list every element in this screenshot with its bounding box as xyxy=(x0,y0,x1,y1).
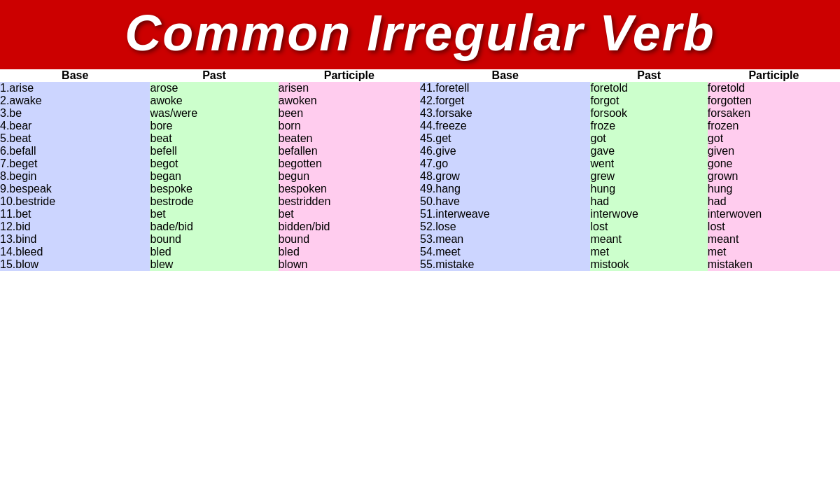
base-cell: 48.grow xyxy=(420,170,590,183)
past-cell: foretold xyxy=(590,82,707,94)
table-row: 11.betbetbet xyxy=(0,208,420,220)
base-cell: 43.forsake xyxy=(420,107,590,120)
participle-cell: blown xyxy=(279,258,420,271)
past-cell: lost xyxy=(590,220,707,233)
past-cell: interwove xyxy=(590,208,707,220)
table-row: 54.meetmetmet xyxy=(420,246,840,258)
right-table: Base Past Participle 41.foretellforetold… xyxy=(420,69,840,271)
table-row: 2.awakeawokeawoken xyxy=(0,94,420,107)
past-cell: forsook xyxy=(590,107,707,120)
participle-cell: bidden/bid xyxy=(279,220,420,233)
right-participle-header: Participle xyxy=(708,69,840,82)
page-title: Common Irregular Verb xyxy=(11,6,829,61)
table-row: 9.bespeakbespokebespoken xyxy=(0,183,420,195)
past-cell: mistook xyxy=(590,258,707,271)
past-cell: grew xyxy=(590,170,707,183)
past-cell: met xyxy=(590,246,707,258)
participle-cell: bestridden xyxy=(279,195,420,208)
table-row: 8.beginbeganbegun xyxy=(0,170,420,183)
title-bar: Common Irregular Verb xyxy=(0,0,840,69)
base-cell: 9.bespeak xyxy=(0,183,150,195)
past-cell: blew xyxy=(150,258,278,271)
participle-cell: befallen xyxy=(279,145,420,158)
participle-cell: begotten xyxy=(279,158,420,170)
table-row: 44.freezefrozefrozen xyxy=(420,120,840,132)
table-row: 1.arisearosearisen xyxy=(0,82,420,94)
table-row: 5.beatbeatbeaten xyxy=(0,132,420,145)
base-cell: 45.get xyxy=(420,132,590,145)
participle-cell: foretold xyxy=(708,82,840,94)
table-row: 46.givegavegiven xyxy=(420,145,840,158)
table-row: 52.loselostlost xyxy=(420,220,840,233)
base-cell: 1.arise xyxy=(0,82,150,94)
past-cell: hung xyxy=(590,183,707,195)
table-row: 4.bearboreborn xyxy=(0,120,420,132)
participle-cell: meant xyxy=(708,233,840,246)
participle-cell: got xyxy=(708,132,840,145)
table-row: 13.bindboundbound xyxy=(0,233,420,246)
table-row: 3.bewas/werebeen xyxy=(0,107,420,120)
base-cell: 8.begin xyxy=(0,170,150,183)
participle-cell: begun xyxy=(279,170,420,183)
past-cell: awoke xyxy=(150,94,278,107)
table-row: 50.havehadhad xyxy=(420,195,840,208)
table-row: 53.meanmeantmeant xyxy=(420,233,840,246)
participle-cell: bound xyxy=(279,233,420,246)
base-cell: 7.beget xyxy=(0,158,150,170)
right-base-header: Base xyxy=(420,69,590,82)
past-cell: bestrode xyxy=(150,195,278,208)
participle-cell: beaten xyxy=(279,132,420,145)
participle-cell: mistaken xyxy=(708,258,840,271)
table-row: 14.bleedbledbled xyxy=(0,246,420,258)
base-cell: 5.beat xyxy=(0,132,150,145)
past-cell: befell xyxy=(150,145,278,158)
participle-cell: given xyxy=(708,145,840,158)
table-row: 43.forsakeforsookforsaken xyxy=(420,107,840,120)
base-cell: 51.interweave xyxy=(420,208,590,220)
table-row: 51.interweaveinterwoveinterwoven xyxy=(420,208,840,220)
table-row: 47.gowentgone xyxy=(420,158,840,170)
participle-cell: been xyxy=(279,107,420,120)
table-row: 45.getgotgot xyxy=(420,132,840,145)
left-base-header: Base xyxy=(0,69,150,82)
past-cell: bore xyxy=(150,120,278,132)
past-cell: bade/bid xyxy=(150,220,278,233)
past-cell: had xyxy=(590,195,707,208)
past-cell: bespoke xyxy=(150,183,278,195)
participle-cell: had xyxy=(708,195,840,208)
table-row: 49.hanghunghung xyxy=(420,183,840,195)
participle-cell: interwoven xyxy=(708,208,840,220)
participle-cell: arisen xyxy=(279,82,420,94)
base-cell: 52.lose xyxy=(420,220,590,233)
base-cell: 12.bid xyxy=(0,220,150,233)
table-row: 10.bestridebestrodebestridden xyxy=(0,195,420,208)
right-past-header: Past xyxy=(590,69,707,82)
table-row: 42.forgetforgotforgotten xyxy=(420,94,840,107)
past-cell: forgot xyxy=(590,94,707,107)
table-row: 7.begetbegotbegotten xyxy=(0,158,420,170)
participle-cell: gone xyxy=(708,158,840,170)
base-cell: 3.be xyxy=(0,107,150,120)
base-cell: 55.mistake xyxy=(420,258,590,271)
base-cell: 6.befall xyxy=(0,145,150,158)
participle-cell: grown xyxy=(708,170,840,183)
past-cell: got xyxy=(590,132,707,145)
table-row: 55.mistakemistookmistaken xyxy=(420,258,840,271)
base-cell: 41.foretell xyxy=(420,82,590,94)
left-table: Base Past Participle 1.arisearosearisen2… xyxy=(0,69,420,271)
base-cell: 54.meet xyxy=(420,246,590,258)
participle-cell: bled xyxy=(279,246,420,258)
participle-cell: met xyxy=(708,246,840,258)
base-cell: 42.forget xyxy=(420,94,590,107)
table-row: 15.blowblewblown xyxy=(0,258,420,271)
base-cell: 14.bleed xyxy=(0,246,150,258)
past-cell: went xyxy=(590,158,707,170)
participle-cell: born xyxy=(279,120,420,132)
past-cell: begot xyxy=(150,158,278,170)
past-cell: arose xyxy=(150,82,278,94)
base-cell: 15.blow xyxy=(0,258,150,271)
past-cell: bet xyxy=(150,208,278,220)
base-cell: 4.bear xyxy=(0,120,150,132)
table-row: 48.growgrewgrown xyxy=(420,170,840,183)
past-cell: beat xyxy=(150,132,278,145)
